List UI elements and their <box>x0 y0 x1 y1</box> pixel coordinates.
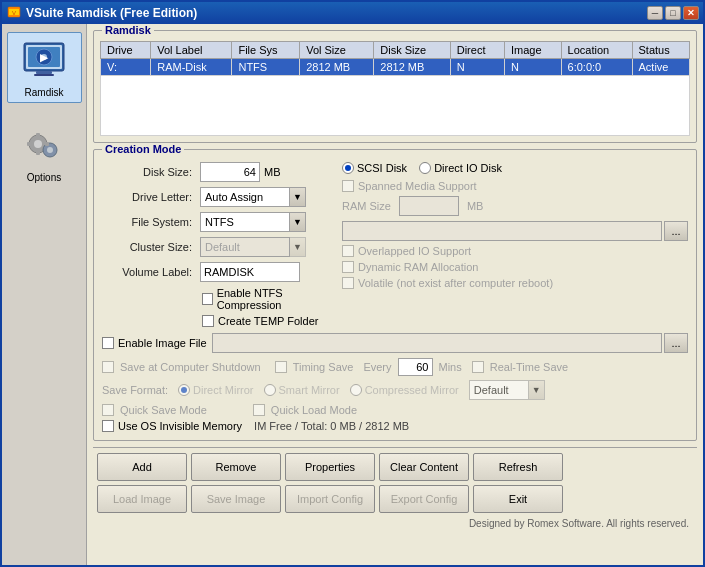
ntfs-compression-checkbox[interactable] <box>202 293 213 305</box>
drive-letter-row: Drive Letter: Auto Assign ▼ <box>102 187 332 207</box>
save-image-button[interactable]: Save Image <box>191 485 281 513</box>
volatile-checkbox[interactable] <box>342 277 354 289</box>
cluster-size-value: Default <box>200 237 290 257</box>
overlapped-io-checkbox[interactable] <box>342 245 354 257</box>
window-title: VSuite Ramdisk (Free Edition) <box>26 6 647 20</box>
export-config-button[interactable]: Export Config <box>379 485 469 513</box>
volatile-row: Volatile (not exist after computer reboo… <box>342 277 688 289</box>
options-icon <box>20 122 68 170</box>
scsi-disk-label: SCSI Disk <box>357 162 407 174</box>
quick-load-checkbox[interactable] <box>253 404 265 416</box>
compressed-mirror-dot <box>350 384 362 396</box>
direct-io-label: Direct IO Disk <box>434 162 502 174</box>
os-invisible-info: IM Free / Total: 0 MB / 2812 MB <box>254 420 409 432</box>
timing-save-label: Timing Save <box>293 361 354 373</box>
temp-folder-checkbox[interactable] <box>202 315 214 327</box>
title-bar-buttons: ─ □ ✕ <box>647 6 699 20</box>
every-input[interactable] <box>398 358 433 376</box>
file-system-arrow[interactable]: ▼ <box>290 212 306 232</box>
direct-io-dot <box>419 162 431 174</box>
svg-text:▶: ▶ <box>40 52 49 63</box>
image-browse-button[interactable]: ... <box>664 333 688 353</box>
drive-letter-select[interactable]: Auto Assign ▼ <box>200 187 306 207</box>
svg-point-14 <box>47 147 53 153</box>
import-config-button[interactable]: Import Config <box>285 485 375 513</box>
temp-folder-row: Create TEMP Folder <box>202 315 332 327</box>
file-system-select[interactable]: NTFS ▼ <box>200 212 306 232</box>
cell-volsize: 2812 MB <box>300 59 374 76</box>
col-drive: Drive <box>101 42 151 59</box>
spanned-media-checkbox[interactable] <box>342 180 354 192</box>
drive-letter-arrow[interactable]: ▼ <box>290 187 306 207</box>
image-file-checkbox[interactable] <box>102 337 114 349</box>
content-area: Ramdisk Drive Vol Label File Sys Vol Siz… <box>87 24 703 565</box>
cell-location: 6:0:0:0 <box>561 59 632 76</box>
disk-size-input[interactable] <box>200 162 260 182</box>
smart-mirror-label: Smart Mirror <box>279 384 340 396</box>
path-input[interactable] <box>342 221 662 241</box>
smart-mirror-dot <box>264 384 276 396</box>
properties-button[interactable]: Properties <box>285 453 375 481</box>
volume-label-input[interactable] <box>200 262 300 282</box>
image-file-checkbox-label[interactable]: Enable Image File <box>102 337 212 349</box>
spanned-media-label: Spanned Media Support <box>358 180 477 192</box>
svg-rect-16 <box>36 151 40 155</box>
mirror-format-select[interactable]: Default ▼ <box>469 380 545 400</box>
timing-save-checkbox[interactable] <box>275 361 287 373</box>
compressed-mirror-label: Compressed Mirror <box>365 384 459 396</box>
save-shutdown-checkbox[interactable] <box>102 361 114 373</box>
table-row[interactable]: V: RAM-Disk NTFS 2812 MB 2812 MB N N 6:0… <box>101 59 690 76</box>
col-filesys: File Sys <box>232 42 300 59</box>
image-file-path[interactable] <box>212 333 662 353</box>
ram-size-input[interactable] <box>399 196 459 216</box>
realtime-save-label: Real-Time Save <box>490 361 568 373</box>
ramdisk-section-title: Ramdisk <box>102 24 154 36</box>
cluster-size-row: Cluster Size: Default ▼ <box>102 237 332 257</box>
scsi-disk-dot <box>342 162 354 174</box>
os-invisible-checkbox[interactable] <box>102 420 114 432</box>
app-icon: V <box>6 5 22 21</box>
dynamic-ram-checkbox[interactable] <box>342 261 354 273</box>
mirror-format-arrow[interactable]: ▼ <box>529 380 545 400</box>
mirror-format-value: Default <box>469 380 529 400</box>
scsi-disk-radio[interactable]: SCSI Disk <box>342 162 407 174</box>
title-bar: V VSuite Ramdisk (Free Edition) ─ □ ✕ <box>2 2 703 24</box>
realtime-save-checkbox[interactable] <box>472 361 484 373</box>
refresh-button[interactable]: Refresh <box>473 453 563 481</box>
os-invisible-label: Use OS Invisible Memory <box>118 420 242 432</box>
load-image-button[interactable]: Load Image <box>97 485 187 513</box>
direct-io-radio[interactable]: Direct IO Disk <box>419 162 502 174</box>
exit-button[interactable]: Exit <box>473 485 563 513</box>
ntfs-compression-row: Enable NTFS Compression <box>202 287 332 311</box>
bottom-section: Add Remove Properties Clear Content Refr… <box>93 447 697 531</box>
quick-save-checkbox[interactable] <box>102 404 114 416</box>
cluster-size-select[interactable]: Default ▼ <box>200 237 306 257</box>
close-button[interactable]: ✕ <box>683 6 699 20</box>
file-system-label: File System: <box>102 216 192 228</box>
minimize-button[interactable]: ─ <box>647 6 663 20</box>
browse-button[interactable]: ... <box>664 221 688 241</box>
clear-content-button[interactable]: Clear Content <box>379 453 469 481</box>
footer-text: Designed by Romex Software. All rights r… <box>93 516 697 531</box>
ram-size-row: RAM Size MB <box>342 196 688 216</box>
svg-rect-18 <box>45 142 49 146</box>
sidebar-item-options[interactable]: Options <box>7 117 82 188</box>
svg-rect-8 <box>36 71 52 74</box>
disk-type-group: SCSI Disk Direct IO Disk <box>342 162 688 174</box>
dynamic-ram-label: Dynamic RAM Allocation <box>358 261 478 273</box>
file-system-row: File System: NTFS ▼ <box>102 212 332 232</box>
sidebar-item-ramdisk[interactable]: ▶ Ramdisk <box>7 32 82 103</box>
ram-size-label: RAM Size <box>342 200 391 212</box>
every-label: Every <box>363 361 391 373</box>
direct-mirror-radio[interactable]: Direct Mirror <box>178 384 254 396</box>
cell-filesys: NTFS <box>232 59 300 76</box>
svg-rect-15 <box>36 133 40 137</box>
add-button[interactable]: Add <box>97 453 187 481</box>
cluster-size-arrow[interactable]: ▼ <box>290 237 306 257</box>
compressed-mirror-radio[interactable]: Compressed Mirror <box>350 384 459 396</box>
remove-button[interactable]: Remove <box>191 453 281 481</box>
cell-status: Active <box>632 59 689 76</box>
smart-mirror-radio[interactable]: Smart Mirror <box>264 384 340 396</box>
maximize-button[interactable]: □ <box>665 6 681 20</box>
cell-vollabel: RAM-Disk <box>151 59 232 76</box>
